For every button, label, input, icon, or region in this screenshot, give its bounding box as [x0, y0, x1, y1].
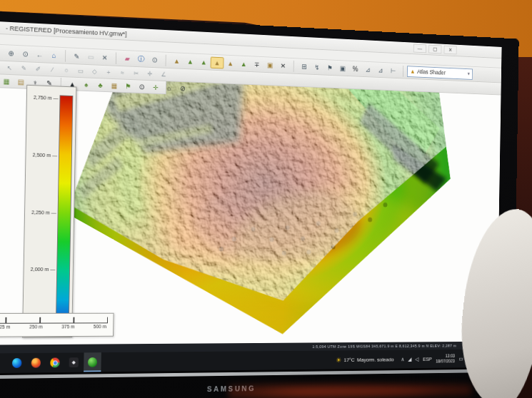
zoom-tool-icon[interactable]: ⊙: [18, 48, 32, 61]
clock-date: 18/07/2023: [436, 359, 455, 364]
feature-info-icon[interactable]: ⓘ: [134, 53, 149, 65]
monitor: - REGISTERED [Procesamiento HV.gmw*] — ▢…: [0, 9, 519, 398]
network-icon[interactable]: ◢: [408, 356, 411, 362]
edge-icon[interactable]: [8, 353, 26, 373]
legend-label-2750: 2,750 m—: [34, 94, 59, 101]
sun-icon: ☀: [336, 356, 341, 363]
scale-500: 500 m: [94, 324, 106, 329]
legend-label-2500: 2,500 m—: [32, 151, 57, 158]
home-2-icon[interactable]: ⌂: [162, 81, 176, 93]
window-controls: — ▢ ✕: [413, 44, 457, 55]
weather-widget[interactable]: ☀ 17°C Mayorm. soleado: [333, 350, 397, 369]
digitizer-area-icon[interactable]: ○: [59, 64, 74, 76]
active-app-icon[interactable]: [84, 352, 101, 372]
maximize-button[interactable]: ▢: [428, 45, 441, 54]
full-view-home-icon[interactable]: ⌂: [46, 49, 61, 61]
action-center-icon[interactable]: ▭: [459, 356, 463, 362]
cross-icon[interactable]: ✛: [149, 81, 162, 93]
volume-icon[interactable]: ◁: [415, 356, 418, 362]
lightning-icon[interactable]: ↯: [311, 61, 323, 73]
weather-temp: 17°C: [343, 357, 354, 363]
digitizer-curve-icon[interactable]: ≈: [116, 66, 130, 78]
zoom-in-icon[interactable]: ⊕: [4, 47, 18, 60]
weather-condition: Mayorm. soleado: [357, 356, 394, 362]
legend-label-2250: 2,250 m—: [31, 209, 56, 215]
tray-icons: ∧◢◁: [401, 356, 418, 362]
legend-label-2000: 2,000 m—: [31, 266, 56, 272]
path-profile-2-icon[interactable]: ⊿: [374, 64, 387, 76]
digitizer-pen-icon[interactable]: ✎: [16, 62, 31, 75]
toolbar-group-edit: ✎▭✕: [70, 50, 117, 63]
path-profile-icon[interactable]: ⊿: [361, 63, 374, 76]
digitizer-move-icon[interactable]: ✛: [143, 68, 156, 80]
toolbar-group-analysis: ⊞↯⚑▣%⊿⊿⊢: [298, 61, 404, 76]
digitizer-line-icon[interactable]: ∕: [45, 63, 59, 76]
slope-percent-icon[interactable]: %: [349, 63, 362, 75]
toolbar-group-info: ▰ⓘ⊙: [120, 52, 166, 66]
flag-icon[interactable]: ⚑: [323, 61, 336, 73]
chevron-down-icon: ▾: [468, 71, 470, 76]
digitizer-angle-icon[interactable]: ∠: [156, 68, 170, 81]
digitizer-select-icon[interactable]: ↖: [2, 61, 16, 74]
clock-time: 13:03: [446, 353, 455, 359]
terrain-tool-6-icon[interactable]: ▲: [237, 58, 251, 70]
terrain-tool-7-icon[interactable]: ∓: [250, 58, 264, 71]
close-button[interactable]: ✕: [444, 46, 457, 55]
firefox-icon[interactable]: [27, 353, 45, 373]
scale-250: 250 m: [29, 325, 43, 330]
hidden-icons-chevron[interactable]: ∧: [401, 356, 404, 362]
target-icon[interactable]: ⊙: [135, 81, 149, 93]
grid-icon[interactable]: ▦: [107, 79, 121, 91]
digitizer-cut-icon[interactable]: ✂: [129, 67, 144, 79]
elevation-legend: 2,750 m—2,500 m—2,250 m—2,000 m—1,750 m—: [22, 85, 76, 338]
scale-bar: 0 m125 m250 m375 m500 m: [0, 313, 114, 337]
map-viewport[interactable]: ▦▤♆✎ ▲♠♣▦⚑⊙✛⌂⊘ 2,750 m—2,500 m—2,250 m—2…: [0, 72, 501, 345]
taskbar-right: ☀ 17°C Mayorm. soleado ∧◢◁ ESP 13:03 18/…: [333, 349, 463, 369]
search-small-icon[interactable]: ⊘: [176, 82, 189, 94]
screen: - REGISTERED [Procesamiento HV.gmw*] — ▢…: [0, 19, 502, 374]
grid-tiles-icon[interactable]: ⊞: [298, 61, 311, 73]
terrain-tool-5-icon[interactable]: ▲: [224, 57, 237, 69]
tree-icon[interactable]: ♠: [79, 78, 94, 91]
clock[interactable]: 13:03 18/07/2023: [436, 353, 455, 364]
terrain-tool-9-icon[interactable]: ✕: [276, 59, 290, 71]
digitizer-rect-icon[interactable]: ▭: [74, 65, 88, 77]
scale-125: 125 m: [0, 325, 10, 330]
flag-2-icon[interactable]: ⚑: [121, 80, 136, 92]
legend-gradient-bar: [56, 95, 74, 330]
toolbar-group-navigation: ⊕⊙←⌂: [4, 47, 66, 62]
search-zoom-icon[interactable]: ⊙: [148, 53, 161, 66]
shader-value: Atlas Shader: [417, 68, 466, 77]
digitizer-add-icon[interactable]: ＋: [101, 66, 116, 78]
tree-2-icon[interactable]: ♣: [94, 78, 108, 91]
terrain-tool-4-icon[interactable]: ▲: [211, 56, 224, 68]
shader-dropdown[interactable]: ▲ Atlas Shader ▾: [407, 66, 473, 80]
eraser-icon[interactable]: ▰: [120, 52, 134, 64]
gem-app-icon[interactable]: ◆: [65, 352, 83, 372]
select-rectangle-icon[interactable]: ▭: [84, 51, 98, 63]
scale-375: 375 m: [61, 324, 74, 329]
photo-scene: - REGISTERED [Procesamiento HV.gmw*] — ▢…: [0, 0, 532, 398]
terrain-tool-8-icon[interactable]: ▣: [264, 58, 277, 71]
keyboard-glow: [229, 379, 471, 398]
measure-icon[interactable]: ⊢: [387, 64, 400, 76]
digitizer-pen-2-icon[interactable]: ✐: [31, 63, 45, 76]
terrain-tool-1-icon[interactable]: ▲: [170, 54, 184, 66]
view-3d-icon[interactable]: ▣: [336, 62, 349, 74]
taskbar-apps: ◆: [8, 352, 101, 373]
delete-feature-icon[interactable]: ✕: [98, 51, 112, 63]
previous-view-icon[interactable]: ←: [33, 48, 47, 61]
language-indicator[interactable]: ESP: [423, 356, 431, 362]
digitizer-point-icon[interactable]: ◇: [88, 66, 102, 78]
terrain-tool-2-icon[interactable]: ▲: [184, 55, 197, 67]
minimize-button[interactable]: —: [413, 44, 426, 53]
terrain-tool-3-icon[interactable]: ▲: [197, 56, 211, 68]
digitizer-pencil-icon[interactable]: ✎: [70, 50, 84, 62]
scale-bar-line: [0, 317, 108, 324]
chrome-icon[interactable]: [46, 353, 64, 373]
shader-mountain-icon: ▲: [410, 68, 416, 74]
status-coordinates: 1:5,094 UTM Zone 19S WGS84 345,671.9 m E…: [312, 344, 456, 349]
color-grid-icon[interactable]: ▦: [0, 75, 14, 88]
